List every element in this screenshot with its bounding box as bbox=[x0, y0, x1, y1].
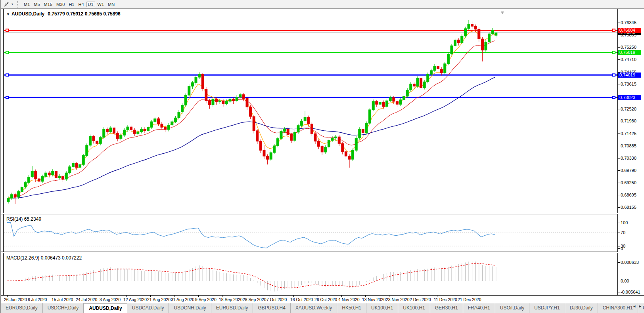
price-badge: 0.76004 bbox=[618, 28, 641, 33]
axis-tick bbox=[618, 121, 620, 121]
date-label: 7 Oct 2020 bbox=[266, 297, 287, 302]
macd-plot[interactable] bbox=[4, 253, 617, 295]
timeframe-button-h4[interactable]: H4 bbox=[77, 2, 85, 7]
line-handle[interactable] bbox=[613, 74, 615, 76]
axis-tick bbox=[618, 281, 620, 281]
timeframe-button-m30[interactable]: M30 bbox=[55, 2, 66, 7]
chart-tab-usdchf-daily[interactable]: USDCHF,Daily bbox=[43, 303, 84, 313]
chart-tab-dj30-daily[interactable]: DJ30,Daily bbox=[565, 303, 598, 313]
timeframe-toolbar: ▾ M1M5M15M30H1H4D1W1MN bbox=[1, 0, 644, 9]
chart-tab-usdcnh-daily[interactable]: USDCNH,Daily bbox=[169, 303, 211, 313]
date-label: 28 Sep 2020 bbox=[243, 297, 266, 302]
horizontal-line-0.73023[interactable] bbox=[4, 96, 617, 99]
rsi-plot[interactable] bbox=[4, 214, 617, 252]
price-axis[interactable]: 0.763450.758050.752500.747100.741550.736… bbox=[618, 9, 644, 213]
macd-axis[interactable]: 0.0086330.00-0.005641 bbox=[618, 253, 644, 295]
line-handle[interactable] bbox=[6, 51, 8, 53]
axis-tick bbox=[618, 233, 620, 233]
price-chart-pane[interactable]: ▼AUDUSD,Daily0.75779 0.75912 0.75685 0.7… bbox=[3, 9, 618, 213]
line-handle[interactable] bbox=[613, 96, 615, 99]
tab-scroll-right-icon[interactable]: ► bbox=[637, 303, 643, 309]
date-label: 15 Jul 2020 bbox=[52, 297, 73, 302]
macd-tick-label: 0.00 bbox=[621, 279, 629, 283]
date-label: 9 Sep 2020 bbox=[195, 297, 217, 302]
mt4-terminal: ▾ M1M5M15M30H1H4D1W1MN ▼AUDUSD,Daily0.75… bbox=[0, 0, 644, 313]
tab-scroll-left-icon[interactable]: ◄ bbox=[631, 303, 637, 309]
timeframe-button-h1[interactable]: H1 bbox=[67, 2, 76, 7]
rsi-line bbox=[7, 223, 495, 248]
collapse-icon[interactable]: ▼ bbox=[6, 12, 10, 16]
date-axis[interactable]: 26 Jun 20206 Jul 202015 Jul 202024 Jul 2… bbox=[1, 295, 644, 303]
timeframe-button-m5[interactable]: M5 bbox=[32, 2, 41, 7]
toolbar-grip bbox=[17, 1, 19, 8]
chart-tab-uk100-h1[interactable]: UK100,H1 bbox=[398, 303, 430, 313]
horizontal-line-0.74019[interactable] bbox=[4, 74, 617, 76]
axis-tick bbox=[618, 195, 620, 195]
horizontal-line-0.75019[interactable] bbox=[4, 51, 617, 53]
price-tick-label: 0.74710 bbox=[621, 57, 636, 62]
price-tick-label: 0.68155 bbox=[621, 205, 636, 210]
rsi-axis[interactable]: 10070300 bbox=[618, 214, 644, 252]
date-tick bbox=[437, 296, 437, 297]
chart-cursor-icon[interactable] bbox=[3, 1, 11, 8]
rsi-indicator-pane[interactable]: RSI(14) 65.2349 bbox=[3, 214, 618, 252]
axis-tick bbox=[618, 59, 620, 60]
chart-tab-uk100-h1[interactable]: UK100,H1 bbox=[366, 303, 398, 313]
date-label: 26 Jun 2020 bbox=[4, 297, 27, 302]
axis-tick bbox=[618, 292, 620, 292]
date-tick bbox=[31, 296, 31, 297]
date-label: 21 Dec 2020 bbox=[458, 297, 481, 302]
price-tick-label: 0.72520 bbox=[621, 107, 636, 111]
chart-tab-ger30-h1[interactable]: GER30,H1 bbox=[430, 303, 463, 313]
rsi-tick-label: 70 bbox=[621, 230, 625, 235]
price-tick-label: 0.68695 bbox=[621, 193, 636, 197]
horizontal-line-0.76004[interactable] bbox=[4, 29, 617, 31]
macd-indicator-pane[interactable]: MACD(12,26,9) 0.006473 0.007222 bbox=[3, 253, 618, 295]
timeframe-button-w1[interactable]: W1 bbox=[96, 2, 106, 7]
price-badge: 0.74019 bbox=[618, 73, 641, 78]
price-badge: 0.73023 bbox=[618, 95, 641, 100]
line-handle[interactable] bbox=[6, 29, 8, 31]
timeframe-button-mn[interactable]: MN bbox=[106, 2, 116, 7]
date-label: 11 Dec 2020 bbox=[434, 297, 457, 302]
timeframe-button-m1[interactable]: M1 bbox=[22, 2, 31, 7]
chart-tab-hk50-h1[interactable]: HK50,H1 bbox=[337, 303, 366, 313]
date-label: 16 Oct 2020 bbox=[290, 297, 313, 302]
price-tick-label: 0.73615 bbox=[621, 82, 636, 86]
chart-tab-usdcad-daily[interactable]: USDCAD,Daily bbox=[127, 303, 169, 313]
chart-tab-eurusd-daily[interactable]: EURUSD,Daily bbox=[1, 303, 43, 313]
axis-tick bbox=[618, 84, 620, 84]
date-label: 21 Aug 2020 bbox=[147, 297, 171, 302]
price-badge: 0.75019 bbox=[618, 50, 641, 55]
date-tick bbox=[174, 296, 174, 297]
chart-tab-fra40-h1[interactable]: FRA40,H1 bbox=[463, 303, 495, 313]
date-tick bbox=[270, 296, 270, 297]
chart-tab-xauusd-weekly[interactable]: XAUUSD,Weekly bbox=[291, 303, 337, 313]
rsi-tick-label: 0 bbox=[621, 246, 623, 251]
line-handle[interactable] bbox=[6, 74, 8, 76]
chart-tab-eurusd-daily[interactable]: EURUSD,Daily bbox=[211, 303, 253, 313]
chevron-down-icon[interactable]: ▾ bbox=[12, 2, 13, 6]
line-handle[interactable] bbox=[613, 29, 615, 31]
date-label: 23 Nov 2020 bbox=[386, 297, 410, 302]
line-handle[interactable] bbox=[6, 96, 8, 99]
price-tick-label: 0.75250 bbox=[621, 45, 636, 50]
candlesticks bbox=[7, 20, 497, 204]
date-label: 12 Aug 2020 bbox=[123, 297, 147, 302]
date-label: 26 Oct 2020 bbox=[314, 297, 337, 302]
date-label: 18 Sep 2020 bbox=[219, 297, 243, 302]
candlestick-chart[interactable] bbox=[4, 9, 617, 213]
chart-tab-audusd-daily[interactable]: AUDUSD,Daily bbox=[84, 303, 127, 313]
timeframe-button-d1[interactable]: D1 bbox=[86, 2, 95, 7]
axis-tick bbox=[618, 47, 620, 48]
date-tick bbox=[126, 296, 127, 297]
chart-shift-icon[interactable] bbox=[501, 11, 504, 14]
date-label: 4 Nov 2020 bbox=[338, 297, 360, 302]
chart-tab-gbpusd-h4[interactable]: GBPUSD,H4 bbox=[253, 303, 290, 313]
chart-tab-usdjpy-h1[interactable]: USDJPY,H1 bbox=[529, 303, 565, 313]
line-handle[interactable] bbox=[613, 51, 615, 53]
chart-tab-usoil-daily[interactable]: USOil,Daily bbox=[495, 303, 529, 313]
timeframe-button-m15[interactable]: M15 bbox=[42, 2, 54, 7]
axis-tick bbox=[618, 134, 620, 134]
chart-ohlc-values: 0.75779 0.75912 0.75685 0.75896 bbox=[48, 11, 121, 17]
